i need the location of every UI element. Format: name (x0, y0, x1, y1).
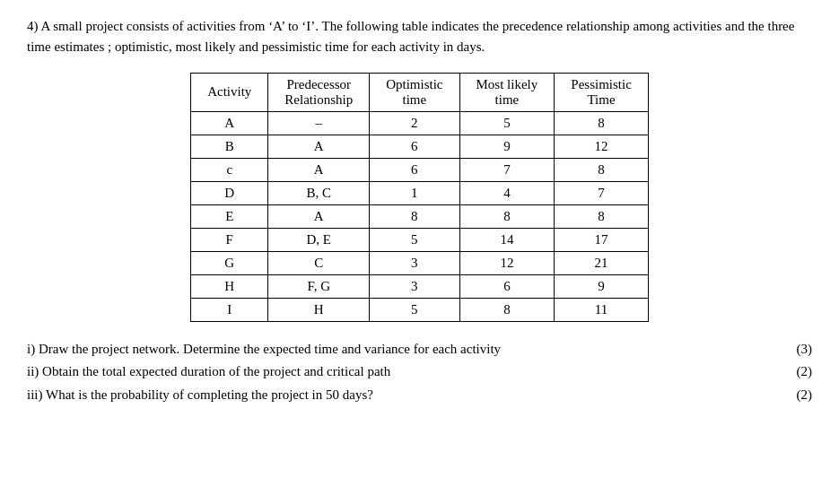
cell-r2-c1: A (268, 158, 370, 181)
cell-r8-c2: 5 (370, 298, 459, 321)
cell-r3-c1: B, C (268, 181, 370, 204)
table-row: cA678 (191, 158, 649, 181)
cell-r5-c4: 17 (555, 228, 649, 251)
sub-question-marks-3: (2) (797, 384, 813, 407)
sub-question-marks-1: (3) (797, 338, 813, 361)
col-header-most-likely: Most likelytime (459, 73, 555, 111)
cell-r7-c0: H (191, 274, 268, 298)
question-intro: 4) A small project consists of activitie… (27, 16, 812, 58)
table-row: HF, G369 (191, 274, 649, 298)
cell-r8-c3: 8 (459, 298, 555, 321)
cell-r8-c1: H (268, 298, 370, 321)
col-header-activity: Activity (191, 73, 268, 111)
cell-r0-c0: A (191, 111, 268, 135)
sub-question-marks-2: (2) (797, 361, 813, 384)
sub-question-2: ii) Obtain the total expected duration o… (27, 361, 812, 384)
table-row: GC31221 (191, 251, 649, 274)
cell-r6-c1: C (268, 251, 370, 274)
sub-question-1: i) Draw the project network. Determine t… (27, 338, 812, 361)
cell-r5-c1: D, E (268, 228, 370, 251)
cell-r1-c1: A (268, 135, 370, 158)
cell-r2-c4: 8 (555, 158, 649, 181)
sub-question-text-2: ii) Obtain the total expected duration o… (27, 361, 390, 384)
table-row: DB, C147 (191, 181, 649, 204)
cell-r5-c2: 5 (370, 228, 459, 251)
cell-r3-c3: 4 (459, 181, 555, 204)
cell-r3-c0: D (191, 181, 268, 204)
table-row: EA888 (191, 204, 649, 228)
cell-r7-c4: 9 (555, 274, 649, 298)
cell-r0-c2: 2 (370, 111, 459, 135)
cell-r6-c3: 12 (459, 251, 555, 274)
table-row: FD, E51417 (191, 228, 649, 251)
sub-question-3: iii) What is the probability of completi… (27, 384, 812, 407)
table-row: BA6912 (191, 135, 649, 158)
cell-r2-c0: c (191, 158, 268, 181)
cell-r1-c0: B (191, 135, 268, 158)
cell-r2-c3: 7 (459, 158, 555, 181)
table-row: A–258 (191, 111, 649, 135)
activity-table: Activity PredecessorRelationship Optimis… (190, 73, 649, 322)
cell-r6-c0: G (191, 251, 268, 274)
col-header-pessimistic: PessimisticTime (555, 73, 649, 111)
sub-questions: i) Draw the project network. Determine t… (27, 338, 812, 407)
cell-r2-c2: 6 (370, 158, 459, 181)
cell-r4-c2: 8 (370, 204, 459, 228)
cell-r6-c4: 21 (555, 251, 649, 274)
cell-r6-c2: 3 (370, 251, 459, 274)
cell-r0-c1: – (268, 111, 370, 135)
table-row: IH5811 (191, 298, 649, 321)
table-wrapper: Activity PredecessorRelationship Optimis… (27, 73, 812, 322)
cell-r7-c2: 3 (370, 274, 459, 298)
sub-question-text-1: i) Draw the project network. Determine t… (27, 338, 501, 361)
cell-r4-c4: 8 (555, 204, 649, 228)
cell-r8-c4: 11 (555, 298, 649, 321)
cell-r3-c4: 7 (555, 181, 649, 204)
cell-r0-c4: 8 (555, 111, 649, 135)
col-header-optimistic: Optimistictime (370, 73, 459, 111)
col-header-predecessor: PredecessorRelationship (268, 73, 370, 111)
cell-r3-c2: 1 (370, 181, 459, 204)
cell-r1-c2: 6 (370, 135, 459, 158)
cell-r4-c3: 8 (459, 204, 555, 228)
question-number: 4) (27, 19, 40, 33)
cell-r8-c0: I (191, 298, 268, 321)
cell-r7-c3: 6 (459, 274, 555, 298)
cell-r4-c0: E (191, 204, 268, 228)
sub-question-text-3: iii) What is the probability of completi… (27, 384, 373, 407)
cell-r5-c0: F (191, 228, 268, 251)
cell-r7-c1: F, G (268, 274, 370, 298)
cell-r1-c3: 9 (459, 135, 555, 158)
cell-r4-c1: A (268, 204, 370, 228)
cell-r5-c3: 14 (459, 228, 555, 251)
question-body: A small project consists of activities f… (27, 19, 794, 54)
cell-r1-c4: 12 (555, 135, 649, 158)
cell-r0-c3: 5 (459, 111, 555, 135)
